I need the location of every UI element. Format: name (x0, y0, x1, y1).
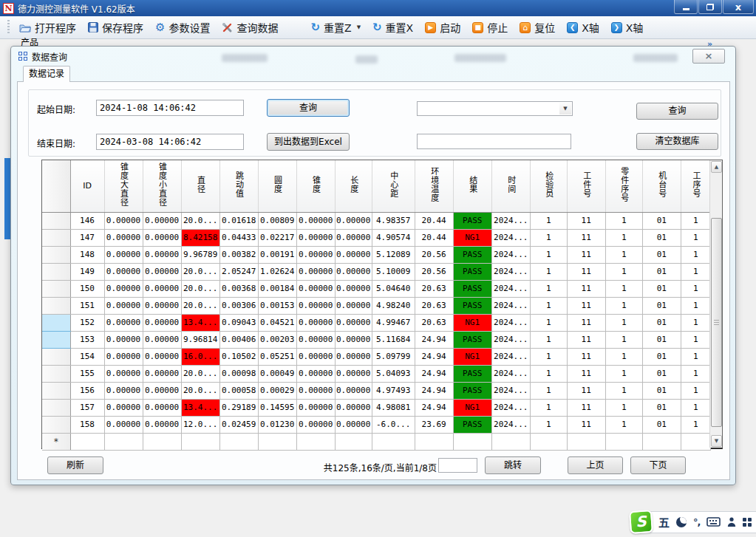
reset-x-button[interactable]: ↻ 重置X (367, 18, 418, 37)
punctuation-icon[interactable]: °, (693, 516, 700, 527)
grid-cell[interactable]: 0.00184 (258, 280, 296, 297)
grid-cell[interactable]: PASS (453, 416, 491, 433)
grid-cell[interactable]: 0.00000 (143, 416, 181, 433)
grid-cell[interactable]: 12.0... (181, 416, 219, 433)
parameter-settings-button[interactable]: ⚙ 参数设置 (150, 18, 215, 37)
row-selector[interactable] (42, 399, 70, 416)
grid-cell[interactable] (258, 433, 296, 450)
grid-cell[interactable]: PASS (453, 365, 491, 382)
grid-cell[interactable]: 1 (530, 229, 567, 246)
start-button[interactable]: ▶ 启动 (420, 18, 466, 37)
grid-cell[interactable]: 0.00000 (335, 229, 372, 246)
grid-cell[interactable] (453, 433, 491, 450)
grid-cell[interactable]: 1 (681, 263, 710, 280)
tab-data-records[interactable]: 数据记录 (23, 66, 70, 82)
grid-cell[interactable]: 1 (605, 399, 642, 416)
scroll-up-arrow-icon[interactable]: ▲ (711, 161, 722, 173)
grid-cell[interactable]: PASS (453, 246, 491, 263)
grid-cell[interactable]: 01 (642, 229, 681, 246)
grid-cell[interactable]: 0.00000 (335, 399, 372, 416)
grid-cell[interactable]: 0.04433 (219, 229, 258, 246)
grid-cell[interactable]: 0.00000 (104, 297, 143, 314)
grid-cell[interactable]: 4.98240 (372, 297, 415, 314)
grid-cell[interactable]: 0.00000 (104, 246, 143, 263)
grid-cell[interactable]: 1 (605, 263, 642, 280)
grid-cell[interactable]: 2024... (491, 348, 530, 365)
grid-cell[interactable]: 0.00000 (296, 365, 335, 382)
grid-cell[interactable]: 0.00000 (296, 263, 335, 280)
next-page-button[interactable]: 下页 (630, 456, 686, 474)
grid-cell[interactable] (335, 433, 372, 450)
reset-z-button[interactable]: ↻ 重置Z ▼ (305, 18, 366, 37)
x-axis-left-button[interactable]: ❮ X轴 (562, 18, 605, 37)
grid-cell[interactable]: 1 (605, 229, 642, 246)
column-header[interactable]: 环境温度 (415, 160, 453, 212)
grid-cell[interactable] (642, 433, 681, 450)
grid-cell[interactable]: 0.00000 (143, 348, 181, 365)
grid-cell[interactable]: 20.0... (181, 297, 219, 314)
grid-cell[interactable]: 0.00000 (335, 365, 372, 382)
grid-cell[interactable]: 0.05251 (258, 348, 296, 365)
grid-cell[interactable]: 0.00406 (219, 331, 258, 348)
grid-cell[interactable]: 0.00000 (335, 382, 372, 399)
grid-cell[interactable]: 2024... (491, 280, 530, 297)
grid-cell[interactable]: 01 (642, 297, 681, 314)
grid-cell[interactable]: 01 (642, 416, 681, 433)
grid-cell[interactable]: 0.29189 (219, 399, 258, 416)
grid-cell[interactable]: 156 (70, 382, 104, 399)
grid-cell[interactable] (681, 433, 710, 450)
grid-cell[interactable]: 0.00000 (143, 331, 181, 348)
clear-database-button[interactable]: 清空数据库 (636, 133, 718, 150)
grid-cell[interactable]: 01 (642, 263, 681, 280)
row-selector[interactable] (42, 348, 70, 365)
grid-cell[interactable]: 0.01618 (219, 212, 258, 229)
grid-cell[interactable]: 2024... (491, 365, 530, 382)
column-header[interactable]: ID (70, 160, 104, 212)
grid-cell[interactable]: 158 (70, 416, 104, 433)
grid-cell[interactable] (104, 433, 143, 450)
grid-cell[interactable]: 5.04093 (372, 365, 415, 382)
grid-cell[interactable]: 0.00000 (143, 297, 181, 314)
grid-cell[interactable]: 147 (70, 229, 104, 246)
grid-cell[interactable]: 0.00000 (104, 212, 143, 229)
jump-button[interactable]: 跳转 (485, 456, 541, 474)
grid-cell[interactable]: 01 (642, 212, 681, 229)
grid-cell[interactable] (143, 433, 181, 450)
refresh-button[interactable]: 刷新 (47, 456, 103, 474)
grid-cell[interactable]: 0.00000 (104, 280, 143, 297)
row-selector[interactable] (42, 297, 70, 314)
grid-cell[interactable]: 1 (605, 297, 642, 314)
row-selector[interactable] (42, 382, 70, 399)
grid-cell[interactable]: 149 (70, 263, 104, 280)
grid-cell[interactable]: 24.94 (415, 348, 453, 365)
grid-cell[interactable]: 1 (605, 365, 642, 382)
grid-cell[interactable]: 1 (530, 399, 567, 416)
grid-vertical-scrollbar[interactable]: ▲ ▼ (709, 160, 722, 448)
grid-cell[interactable]: 1 (530, 297, 567, 314)
grid-cell[interactable]: 20.0... (181, 212, 219, 229)
x-axis-right-button[interactable]: ❯ X轴 (606, 18, 649, 37)
grid-cell[interactable]: 0.00049 (258, 365, 296, 382)
grid-cell[interactable]: 1 (605, 314, 642, 331)
column-header[interactable]: 圆度 (258, 160, 296, 212)
grid-cell[interactable]: 1 (681, 212, 710, 229)
column-header[interactable]: 锥度 (296, 160, 335, 212)
grid-cell[interactable] (296, 433, 335, 450)
grid-cell[interactable]: 20.56 (415, 263, 453, 280)
grid-cell[interactable]: 0.00000 (296, 331, 335, 348)
grid-cell[interactable]: 20.56 (415, 246, 453, 263)
grid-cell[interactable]: PASS (453, 212, 491, 229)
grid-cell[interactable]: 11 (567, 280, 605, 297)
grid-cell[interactable]: 11 (567, 348, 605, 365)
grid-cell[interactable]: 1 (530, 263, 567, 280)
grid-cell[interactable]: 0.02459 (219, 416, 258, 433)
grid-cell[interactable]: 2024... (491, 212, 530, 229)
column-header[interactable]: 中心距 (372, 160, 415, 212)
grid-cell[interactable] (605, 433, 642, 450)
prev-page-button[interactable]: 上页 (568, 456, 623, 474)
grid-cell[interactable]: 0.00000 (143, 246, 181, 263)
grid-cell[interactable]: 0.00000 (143, 365, 181, 382)
grid-cell[interactable]: 5.04640 (372, 280, 415, 297)
grid-cell[interactable]: 1 (681, 365, 710, 382)
row-selector[interactable] (42, 280, 70, 297)
